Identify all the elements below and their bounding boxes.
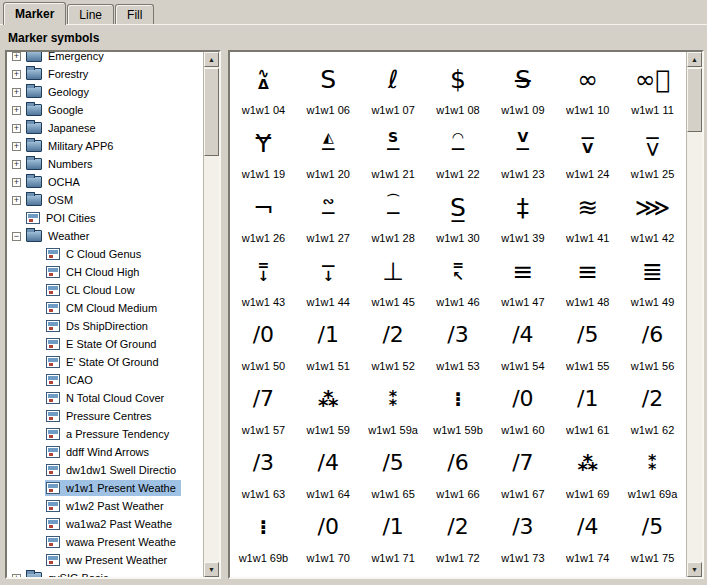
symbol-cell-w1w1-24[interactable]: — Vw1w1 24 [555,118,620,182]
grid-scrollbar-thumb[interactable] [687,68,702,132]
symbol-cell-w1w1-22[interactable]: ◠ —w1w1 22 [426,118,491,182]
symbol-cell-w1w1-64[interactable]: /4w1w1 64 [296,438,361,502]
symbol-cell-w1w1-10[interactable]: ∞w1w1 10 [555,54,620,118]
grid-scroll-up-button[interactable]: ▲ [687,52,702,67]
symbol-cell-w1w1-74[interactable]: /4w1w1 74 [555,502,620,566]
tree-item-ch-cloud-high[interactable]: CH Cloud High [7,263,203,281]
tree-item-dw1dw1-swell-directio[interactable]: dw1dw1 Swell Directio [7,461,203,479]
expand-icon[interactable]: + [12,160,21,169]
tree-item-weather[interactable]: −Weather [7,227,203,245]
symbol-cell-w1w1-48[interactable]: ≡w1w1 48 [555,246,620,310]
symbol-cell-w1w1-71[interactable]: /1w1w1 71 [361,502,426,566]
symbol-cell-w1w1-09[interactable]: S̶w1w1 09 [490,54,555,118]
symbol-cell-w1w1-47[interactable]: ≡w1w1 47 [490,246,555,310]
grid-scrollbar-track[interactable] [687,67,702,562]
tree-scrollbar[interactable]: ▲ ▼ [203,52,219,577]
symbol-cell-w1w1-42[interactable]: ⋙w1w1 42 [620,182,685,246]
tree-scroll-down-button[interactable]: ▼ [204,562,219,577]
symbol-cell-w1w1-27[interactable]: ∾ —w1w1 27 [296,182,361,246]
tree-item-e-state-of-ground[interactable]: E State Of Ground [7,335,203,353]
symbol-cell-w1w1-41[interactable]: ≋w1w1 41 [555,182,620,246]
tree-item-ddff-wind-arrows[interactable]: ddff Wind Arrows [7,443,203,461]
symbol-cell-w1w1-62[interactable]: /2w1w1 62 [620,374,685,438]
symbol-cell-w1w1-70[interactable]: /0w1w1 70 [296,502,361,566]
expand-icon[interactable]: + [12,178,21,187]
symbol-cell-w1w1-63[interactable]: /3w1w1 63 [231,438,296,502]
tree-item-c-cloud-genus[interactable]: C Cloud Genus [7,245,203,263]
symbol-cell-w1w1-54[interactable]: /4w1w1 54 [490,310,555,374]
symbol-cell-w1w1-61[interactable]: /1w1w1 61 [555,374,620,438]
expand-icon[interactable]: + [12,196,21,205]
symbol-cell-w1w1-04[interactable]: ∿ Δw1w1 04 [231,54,296,118]
tree-item-cm-cloud-medium[interactable]: CM Cloud Medium [7,299,203,317]
tree-item-osm[interactable]: +OSM [7,191,203,209]
symbol-cell-w1w1-45[interactable]: ⊥w1w1 45 [361,246,426,310]
tree-item-poi-cities[interactable]: POI Cities [7,209,203,227]
tree-item-w1w1-present-weathe[interactable]: w1w1 Present Weathe [7,479,203,497]
tab-line[interactable]: Line [67,4,114,25]
tree-item-ocha[interactable]: +OCHA [7,173,203,191]
symbol-cell-w1w1-25[interactable]: — ⋁w1w1 25 [620,118,685,182]
tree-item-numbers[interactable]: +Numbers [7,155,203,173]
symbol-cell-w1w1-69b[interactable]: ⁝w1w1 69b [231,502,296,566]
symbol-cell-w1w1-67[interactable]: /7w1w1 67 [490,438,555,502]
symbol-cell-w1w1-21[interactable]: S —w1w1 21 [361,118,426,182]
symbol-cell-w1w1-06[interactable]: Sw1w1 06 [296,54,361,118]
tree-item-ww-present-weather[interactable]: ww Present Weather [7,551,203,569]
symbol-cell-w1w1-20[interactable]: ◭ —w1w1 20 [296,118,361,182]
tree-item-ds-shipdirection[interactable]: Ds ShipDirection [7,317,203,335]
tree-item-pressure-centres[interactable]: Pressure Centres [7,407,203,425]
expand-icon[interactable]: + [12,142,21,151]
tree-item-e-state-of-ground[interactable]: E' State Of Ground [7,353,203,371]
tree-item-emergency[interactable]: +Emergency [7,50,203,65]
tree-scrollbar-thumb[interactable] [204,68,219,156]
symbol-cell-w1w1-66[interactable]: /6w1w1 66 [426,438,491,502]
symbol-cell-w1w1-69a[interactable]: ⁑w1w1 69a [620,438,685,502]
tree-scrollbar-track[interactable] [204,67,219,562]
collapse-icon[interactable]: − [12,232,21,241]
symbol-cell-w1w1-55[interactable]: /5w1w1 55 [555,310,620,374]
symbol-cell-w1w1-59b[interactable]: ⁝w1w1 59b [426,374,491,438]
tree-item-geology[interactable]: +Geology [7,83,203,101]
tree-item-cl-cloud-low[interactable]: CL Cloud Low [7,281,203,299]
expand-icon[interactable]: + [12,124,21,133]
tree-item-wa1wa2-past-weathe[interactable]: wa1wa2 Past Weathe [7,515,203,533]
tree-item-google[interactable]: +Google [7,101,203,119]
symbol-cell-w1w1-75[interactable]: /5w1w1 75 [620,502,685,566]
symbol-cell-w1w1-51[interactable]: /1w1w1 51 [296,310,361,374]
symbol-cell-w1w1-07[interactable]: ℓw1w1 07 [361,54,426,118]
symbol-cell-w1w1-59a[interactable]: ⁑w1w1 59a [361,374,426,438]
tree-item-military-app6[interactable]: +Military APP6 [7,137,203,155]
expand-icon[interactable]: + [12,88,21,97]
symbol-cell-w1w1-11[interactable]: ∞⃒w1w1 11 [620,54,685,118]
tree-item-wawa-present-weathe[interactable]: wawa Present Weathe [7,533,203,551]
symbol-cell-w1w1-49[interactable]: ≣w1w1 49 [620,246,685,310]
symbol-cell-w1w1-60[interactable]: /0w1w1 60 [490,374,555,438]
symbol-cell-w1w1-43[interactable]: = ↓w1w1 43 [231,246,296,310]
symbol-cell-w1w1-69[interactable]: ⁂w1w1 69 [555,438,620,502]
tree-item-icao[interactable]: ICAO [7,371,203,389]
grid-scrollbar[interactable]: ▲ ▼ [686,52,702,577]
symbol-cell-w1w1-28[interactable]: ⌒ —w1w1 28 [361,182,426,246]
tree-item-n-total-cloud-cover[interactable]: N Total Cloud Cover [7,389,203,407]
symbol-cell-w1w1-50[interactable]: /0w1w1 50 [231,310,296,374]
symbol-cell-w1w1-56[interactable]: /6w1w1 56 [620,310,685,374]
symbol-cell-w1w1-52[interactable]: /2w1w1 52 [361,310,426,374]
symbol-cell-w1w1-53[interactable]: /3w1w1 53 [426,310,491,374]
symbol-cell-w1w1-26[interactable]: ¬w1w1 26 [231,182,296,246]
tab-fill[interactable]: Fill [115,4,154,25]
tree-item-japanese[interactable]: +Japanese [7,119,203,137]
symbol-cell-w1w1-30[interactable]: S̲w1w1 30 [426,182,491,246]
tree-item-forestry[interactable]: +Forestry [7,65,203,83]
tab-marker[interactable]: Marker [3,2,66,25]
symbol-cell-w1w1-57[interactable]: /7w1w1 57 [231,374,296,438]
symbol-cell-w1w1-44[interactable]: — ↓w1w1 44 [296,246,361,310]
symbol-cell-w1w1-72[interactable]: /2w1w1 72 [426,502,491,566]
expand-icon[interactable]: + [12,574,21,578]
tree-item-gvsig-basic[interactable]: +gvSIG Basic [7,569,203,577]
symbol-cell-w1w1-08[interactable]: $w1w1 08 [426,54,491,118]
expand-icon[interactable]: + [12,70,21,79]
grid-scroll-down-button[interactable]: ▼ [687,562,702,577]
symbol-cell-w1w1-19[interactable]: Ɏw1w1 19 [231,118,296,182]
expand-icon[interactable]: + [12,52,21,61]
